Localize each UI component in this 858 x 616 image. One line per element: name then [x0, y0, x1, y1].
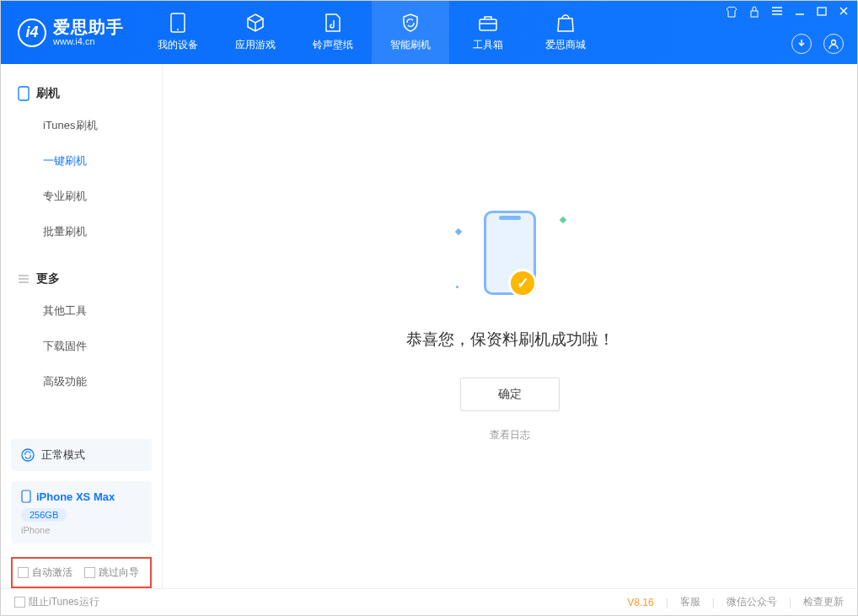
minimize-icon[interactable]	[793, 4, 807, 19]
nav-bar: 我的设备 应用游戏 铃声壁纸 智能刷机 工具箱 爱思商城	[139, 1, 604, 64]
sparkle-icon	[560, 216, 566, 222]
checkbox-auto-activate[interactable]: 自动激活	[18, 565, 72, 580]
sync-icon	[21, 448, 35, 462]
svg-rect-8	[22, 490, 30, 502]
footer-link-wechat[interactable]: 微信公众号	[727, 595, 777, 609]
device-icon	[168, 13, 188, 33]
bag-icon	[555, 13, 576, 33]
svg-rect-4	[818, 8, 826, 15]
footer-link-support[interactable]: 客服	[680, 595, 700, 609]
checkbox-block-itunes[interactable]: 阻止iTunes运行	[14, 595, 99, 609]
sidebar-item-oneclick-flash[interactable]: 一键刷机	[1, 143, 162, 179]
refresh-shield-icon	[400, 13, 421, 33]
user-button[interactable]	[823, 34, 844, 54]
close-icon[interactable]	[837, 4, 850, 19]
menu-icon[interactable]	[770, 4, 785, 19]
svg-point-5	[832, 40, 836, 45]
nav-ringtones[interactable]: 铃声壁纸	[294, 1, 372, 64]
nav-flash[interactable]: 智能刷机	[372, 1, 449, 64]
sidebar-item-download-firmware[interactable]: 下载固件	[1, 329, 162, 364]
music-file-icon	[323, 13, 343, 33]
check-badge-icon: ✓	[508, 269, 537, 297]
svg-rect-6	[19, 87, 29, 100]
sidebar-section-more: 更多 其他工具 下载固件 高级功能	[1, 249, 162, 399]
sidebar-title-flash: 刷机	[1, 79, 162, 108]
version-label: V8.16	[627, 597, 653, 608]
logo-text: 爱思助手 www.i4.cn	[53, 18, 124, 46]
device-name-row: iPhone XS Max	[21, 490, 142, 503]
checkbox-skip-guide[interactable]: 跳过向导	[84, 565, 139, 580]
device-info-box[interactable]: iPhone XS Max 256GB iPhone	[11, 481, 152, 544]
sidebar-title-more: 更多	[1, 265, 162, 293]
checkbox-icon	[84, 567, 95, 578]
header-bar: i4 爱思助手 www.i4.cn 我的设备 应用游戏 铃声壁纸 智能刷机 工具…	[1, 1, 857, 64]
phone-icon	[18, 86, 29, 101]
sparkle-icon	[455, 228, 462, 234]
svg-rect-3	[751, 11, 758, 17]
maximize-icon[interactable]	[815, 4, 829, 19]
shirt-icon[interactable]	[724, 4, 739, 19]
body-area: 刷机 iTunes刷机 一键刷机 专业刷机 批量刷机 更多 其他工具 下载固件 …	[1, 64, 857, 588]
svg-point-7	[22, 449, 34, 461]
cube-icon	[245, 13, 265, 33]
sparkle-icon	[456, 286, 458, 288]
device-type: iPhone	[21, 525, 142, 535]
nav-store[interactable]: 爱思商城	[527, 1, 604, 64]
nav-toolbox[interactable]: 工具箱	[449, 1, 527, 64]
lock-icon[interactable]	[748, 4, 761, 19]
svg-point-1	[177, 29, 179, 30]
logo-area: i4 爱思助手 www.i4.cn	[1, 18, 139, 46]
footer-link-update[interactable]: 检查更新	[803, 595, 844, 609]
app-name-cn: 爱思助手	[53, 18, 124, 36]
success-message: 恭喜您，保资料刷机成功啦！	[406, 329, 614, 351]
footer-left: 阻止iTunes运行	[14, 595, 99, 609]
options-highlight-box: 自动激活 跳过向导	[11, 557, 152, 588]
phone-graphic: ✓	[484, 211, 536, 295]
view-log-link[interactable]: 查看日志	[490, 428, 530, 442]
mode-label: 正常模式	[41, 447, 85, 463]
checkbox-icon	[14, 597, 25, 608]
sidebar-item-other-tools[interactable]: 其他工具	[1, 293, 162, 329]
toolbox-icon	[478, 13, 498, 33]
nav-my-device[interactable]: 我的设备	[139, 1, 217, 64]
list-icon	[18, 273, 29, 285]
footer-right: V8.16 | 客服 | 微信公众号 | 检查更新	[627, 595, 844, 609]
success-illustration: ✓	[459, 211, 560, 303]
window-controls	[724, 4, 850, 19]
header-actions	[791, 34, 844, 54]
phone-small-icon	[21, 490, 31, 503]
svg-rect-2	[480, 19, 496, 30]
sidebar-section-flash: 刷机 iTunes刷机 一键刷机 专业刷机 批量刷机	[1, 64, 162, 249]
ok-button[interactable]: 确定	[460, 378, 560, 411]
device-mode-box[interactable]: 正常模式	[11, 439, 152, 471]
sidebar-item-advanced[interactable]: 高级功能	[1, 364, 162, 399]
nav-apps-games[interactable]: 应用游戏	[217, 1, 294, 64]
app-name-en: www.i4.cn	[53, 36, 124, 46]
logo-icon: i4	[18, 19, 46, 47]
main-content: ✓ 恭喜您，保资料刷机成功啦！ 确定 查看日志	[163, 64, 857, 588]
sidebar-item-itunes-flash[interactable]: iTunes刷机	[1, 108, 162, 143]
sidebar-item-pro-flash[interactable]: 专业刷机	[1, 179, 162, 214]
sidebar: 刷机 iTunes刷机 一键刷机 专业刷机 批量刷机 更多 其他工具 下载固件 …	[1, 64, 163, 588]
checkbox-icon	[18, 567, 29, 578]
footer-bar: 阻止iTunes运行 V8.16 | 客服 | 微信公众号 | 检查更新	[1, 588, 857, 615]
sidebar-item-batch-flash[interactable]: 批量刷机	[1, 214, 162, 249]
download-button[interactable]	[791, 34, 812, 54]
storage-badge: 256GB	[21, 508, 67, 522]
